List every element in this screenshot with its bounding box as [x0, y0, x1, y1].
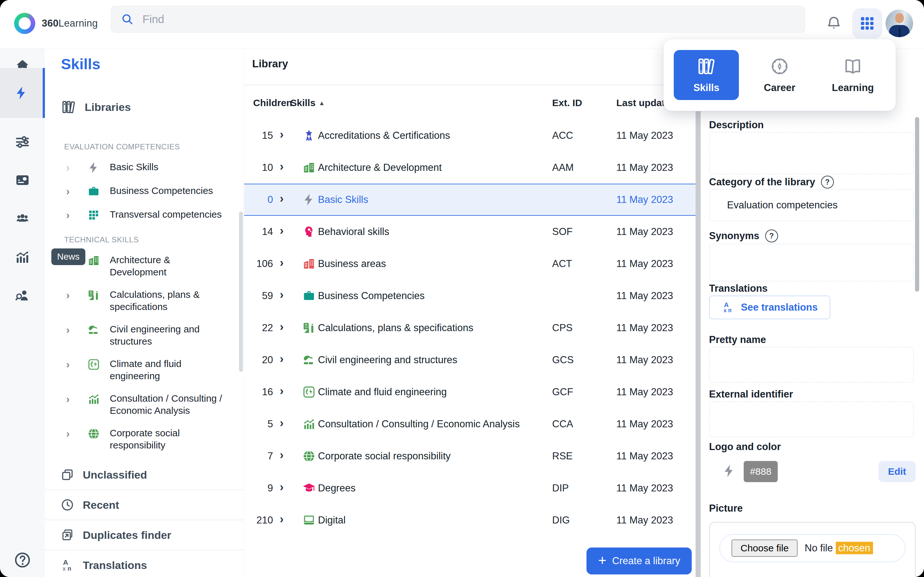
chevron-right-icon[interactable]: › [64, 392, 69, 405]
category-help-icon[interactable]: ? [821, 176, 834, 189]
sidebar-item-libraries[interactable]: Libraries [61, 99, 131, 115]
synonyms-help-icon[interactable]: ? [765, 229, 778, 242]
lightning-icon [302, 193, 316, 207]
rail-item-lightning[interactable] [0, 68, 45, 118]
notifications-bell-icon[interactable] [825, 15, 843, 32]
clock-icon [60, 498, 74, 512]
chart-icon [302, 417, 316, 431]
app-tile-learning[interactable]: Learning [821, 50, 885, 100]
help-button[interactable] [0, 551, 45, 569]
table-row[interactable]: 59›Business Competencies11 May 2023 [244, 280, 696, 312]
briefcase-icon [302, 289, 316, 303]
description-label: Description [709, 119, 764, 131]
rail-item-analytics[interactable] [0, 239, 45, 275]
climate-icon [87, 358, 100, 371]
row-expand-chevron[interactable]: › [280, 256, 284, 271]
create-library-button[interactable]: + Create a library [586, 548, 692, 574]
tree-scrollbar[interactable] [239, 211, 243, 372]
file-input[interactable]: Choose file No file chosen [719, 534, 905, 562]
tree-item[interactable]: ›Climate and fluid engineering [64, 353, 239, 387]
tree-item[interactable]: ›Digital [64, 456, 239, 460]
logo-color-row: #888 Edit [709, 461, 916, 482]
row-expand-chevron[interactable]: › [280, 448, 284, 464]
row-expand-chevron[interactable]: › [280, 128, 284, 143]
row-expand-chevron[interactable]: › [280, 192, 284, 207]
app-tile-skills[interactable]: Skills [674, 50, 739, 100]
sidebar-item-label: Translations [83, 559, 147, 572]
table-row[interactable]: 106›Business areasACT11 May 2023 [244, 248, 696, 280]
row-expand-chevron[interactable]: › [280, 224, 284, 239]
column-skills[interactable]: Skills▲ [290, 97, 552, 108]
rail-item-id-card[interactable] [0, 163, 45, 198]
description-input[interactable] [709, 132, 914, 174]
see-translations-button[interactable]: Axп See translations [709, 295, 830, 319]
row-expand-chevron[interactable]: › [280, 352, 284, 367]
synonyms-input[interactable] [709, 243, 914, 282]
rail-item-person-search[interactable] [0, 278, 45, 313]
row-expand-chevron[interactable]: › [280, 480, 284, 496]
column-children[interactable]: Children [244, 97, 290, 108]
table-row[interactable]: 210›DigitalDIG11 May 2023 [244, 504, 696, 536]
table-row[interactable]: 0›Basic Skills11 May 2023 [244, 184, 696, 216]
row-expand-chevron[interactable]: › [280, 513, 284, 528]
children-count: 9 [244, 482, 273, 494]
chevron-right-icon[interactable]: › [64, 185, 69, 197]
search-placeholder: Find [142, 13, 164, 26]
chevron-right-icon[interactable]: › [64, 427, 69, 440]
tree-item-label: Climate and fluid engineering [107, 358, 228, 382]
tree-item[interactable]: ›Business Competencies [64, 179, 239, 203]
rail-item-sliders[interactable] [0, 124, 45, 159]
app-tile-label: Career [764, 82, 795, 93]
details-scrollbar[interactable] [915, 117, 919, 292]
last-update: 11 May 2023 [616, 482, 696, 494]
rail-item-users[interactable] [0, 201, 45, 236]
tree-item[interactable]: ›Basic Skills [64, 156, 239, 179]
library-table: Library Children Skills▲ Ext. ID Last up… [244, 48, 696, 577]
sidebar-item-unclassified[interactable]: Unclassified [45, 460, 244, 490]
category-input[interactable]: Evaluation competencies [709, 189, 914, 221]
table-row[interactable]: 15›Accreditations & CertificationsACC11 … [244, 119, 696, 152]
app-tile-career[interactable]: Career [747, 50, 812, 100]
edit-logo-button[interactable]: Edit [879, 461, 916, 482]
table-row[interactable]: 5›Consultation / Consulting / Economic A… [244, 408, 696, 440]
tree-item[interactable]: ›Corporate social responsibility [64, 422, 239, 456]
pretty-name-input[interactable] [709, 347, 914, 383]
tree-item[interactable]: ›Transversal competencies [64, 203, 239, 227]
tree-item[interactable]: ›Civil engineering and structures [64, 318, 239, 353]
ext-id: RSE [552, 450, 616, 462]
app-switcher-button[interactable] [852, 8, 882, 39]
search-input[interactable]: Find [111, 6, 805, 33]
table-scrollbar[interactable] [696, 48, 701, 577]
column-ext-id[interactable]: Ext. ID [552, 97, 616, 108]
tree-item[interactable]: ›Calculations, plans & specifications [64, 284, 239, 318]
row-expand-chevron[interactable]: › [280, 384, 284, 400]
row-expand-chevron[interactable]: › [280, 416, 284, 432]
table-row[interactable]: 16›Climate and fluid engineeringGCF11 Ma… [244, 376, 696, 408]
climate-icon [302, 385, 316, 399]
table-row[interactable]: 7›Corporate social responsibilityRSE11 M… [244, 440, 696, 472]
row-expand-chevron[interactable]: › [280, 160, 284, 175]
user-avatar[interactable] [885, 10, 913, 37]
sidebar-item-recent[interactable]: Recent [45, 490, 244, 520]
row-expand-chevron[interactable]: › [280, 288, 284, 303]
table-row[interactable]: 10›Architecture & DevelopmentAAM11 May 2… [244, 152, 696, 184]
table-row[interactable]: 14›Behavioral skillsSOF11 May 2023 [244, 216, 696, 248]
choose-file-button[interactable]: Choose file [732, 540, 798, 557]
sidebar-item-translations[interactable]: AxпTranslations [45, 550, 244, 577]
table-row[interactable]: 9›DegreesDIP11 May 2023 [244, 472, 696, 504]
external-id-input[interactable] [709, 401, 914, 437]
chevron-right-icon[interactable]: › [64, 208, 69, 221]
tree-item[interactable]: ›Consultation / Consulting / Economic An… [64, 387, 239, 422]
sidebar-item-duplicates-finder[interactable]: Duplicates finder [45, 520, 244, 550]
picture-upload-box: Choose file No file chosen [709, 522, 916, 577]
libraries-label: Libraries [85, 101, 131, 113]
table-row[interactable]: 22›Calculations, plans & specificationsC… [244, 312, 696, 344]
chevron-right-icon[interactable]: › [64, 288, 69, 301]
chevron-right-icon[interactable]: › [64, 161, 69, 174]
table-row[interactable]: 20›Civil engineering and structuresGCS11… [244, 344, 696, 376]
tree-item[interactable]: ›Architecture & Development [64, 249, 239, 284]
row-expand-chevron[interactable]: › [280, 320, 284, 335]
brand-logo[interactable]: 360Learning [14, 13, 98, 34]
chevron-right-icon[interactable]: › [64, 358, 69, 371]
chevron-right-icon[interactable]: › [64, 323, 69, 336]
